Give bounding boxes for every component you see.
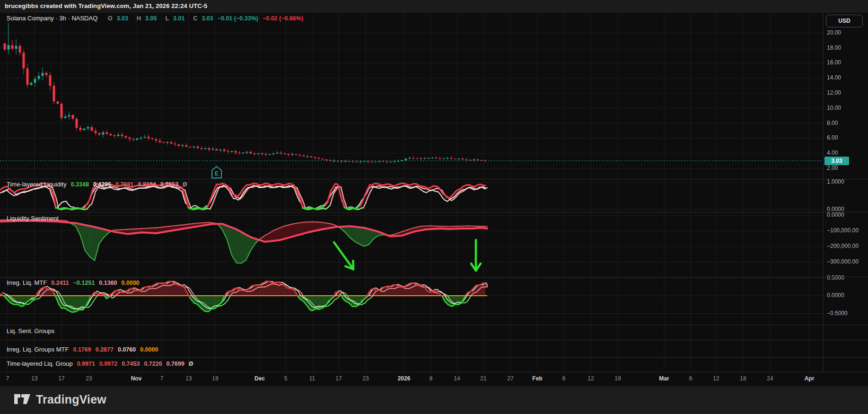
exchange-label[interactable]: NASDAQ bbox=[71, 15, 97, 22]
indicator-legend-irreg-liq-groups-mtf[interactable]: Irreg. Liq. Groups MTF0.17690.28770.0760… bbox=[7, 346, 158, 353]
legend-values: 0.17690.28770.07600.0000 bbox=[69, 346, 158, 353]
axis-label: −100,000.00 bbox=[827, 227, 859, 234]
chart-canvas[interactable]: E bbox=[0, 13, 823, 372]
legend-value: 0.0000 bbox=[140, 346, 158, 353]
axis-label: 4.00 bbox=[827, 150, 838, 156]
legend-values: 0.99710.99720.74530.72260.7699Ø bbox=[73, 360, 193, 367]
legend-value: 0.1360 bbox=[99, 280, 117, 286]
tradingview-chart-window: brucegibbs created with TradingView.com,… bbox=[0, 0, 868, 414]
legend-values: 0.33480.42950.76910.81040.7853Ø bbox=[67, 181, 187, 188]
axis-label: 0.5000 bbox=[827, 274, 844, 281]
axis-label: −200,000.00 bbox=[827, 243, 859, 249]
axis-label: 8.00 bbox=[827, 120, 838, 126]
axis-label: 6.00 bbox=[827, 134, 838, 141]
indicator-legend-liquidity-sentiment[interactable]: Liquidity Sentiment bbox=[7, 215, 59, 222]
legend-value: 0.7453 bbox=[122, 361, 140, 367]
attribution-text: brucegibbs created with TradingView.com,… bbox=[5, 2, 207, 9]
time-axis-label: Mar bbox=[659, 375, 669, 382]
indicator-legend-time-layered-liq-group[interactable]: Time-layered Liq. Group0.99710.99720.745… bbox=[7, 360, 193, 367]
axis-label: 18.00 bbox=[827, 44, 841, 51]
legend-value: 0.7226 bbox=[144, 361, 162, 367]
ohlc-value: C3.03 bbox=[189, 15, 213, 22]
axis-label: −0.5000 bbox=[827, 310, 848, 317]
legend-value: 0.7699 bbox=[167, 361, 184, 367]
last-price-badge: 3.03 bbox=[824, 157, 849, 165]
legend-value: 0.7853 bbox=[160, 181, 178, 188]
time-axis-label: 14 bbox=[454, 375, 460, 382]
legend-value: 0.9971 bbox=[77, 361, 95, 367]
time-axis-label: 17 bbox=[58, 375, 64, 382]
ohlc-value: L3.01 bbox=[161, 15, 184, 22]
legend-value: Ø bbox=[183, 181, 187, 188]
ohlc-value: H3.05 bbox=[132, 15, 157, 22]
time-axis-label: 11 bbox=[309, 375, 315, 382]
legend-value: 0.8104 bbox=[138, 181, 156, 188]
time-axis-label: 19 bbox=[614, 375, 621, 382]
pane-separator[interactable] bbox=[0, 277, 868, 277]
pane-separator[interactable] bbox=[0, 179, 868, 179]
footer-bar: TradingView bbox=[0, 386, 868, 414]
time-axis-label: 13 bbox=[185, 375, 192, 382]
time-axis-label: 23 bbox=[86, 375, 92, 382]
legend-value: 0.7691 bbox=[115, 181, 133, 188]
ohlc-values: O3.03H3.05L3.01C3.03−0.01 (−0.33%)−0.02 … bbox=[99, 15, 303, 22]
time-axis-label: Dec bbox=[254, 375, 265, 382]
time-axis-label: 8 bbox=[430, 375, 433, 382]
legend-value: −0.1251 bbox=[73, 280, 95, 286]
ohlc-value: O3.03 bbox=[104, 15, 128, 22]
pane-liquidity-sentiment bbox=[0, 220, 487, 271]
legend-value: Ø bbox=[189, 361, 193, 367]
time-axis-label: 12 bbox=[713, 375, 719, 382]
axis-label: 14.00 bbox=[827, 74, 841, 81]
axis-label: 0.0000 bbox=[827, 292, 844, 299]
legend-value: 0.2411 bbox=[51, 280, 69, 286]
arrow-drawing[interactable] bbox=[471, 240, 481, 271]
time-axis-label: 12 bbox=[587, 375, 594, 382]
interval-label[interactable]: 3h bbox=[59, 15, 66, 22]
change-value: −0.01 (−0.33%) bbox=[218, 15, 258, 22]
time-axis-label: 13 bbox=[31, 375, 37, 382]
indicator-legend-irreg-liq-mtf[interactable]: Irreg. Liq. MTF0.2411−0.12510.13600.0000 bbox=[7, 279, 140, 286]
pane-separator[interactable] bbox=[0, 212, 868, 212]
legend-value: 0.4295 bbox=[93, 181, 111, 188]
currency-toggle-button[interactable]: USD bbox=[826, 15, 863, 27]
pane-separator[interactable] bbox=[0, 357, 868, 358]
tradingview-logo[interactable]: TradingView bbox=[13, 392, 106, 406]
time-axis[interactable]: 7131723Nov71319Dec511172320268142127Feb6… bbox=[0, 372, 868, 386]
symbol-legend[interactable]: Solana Company · 3h · NASDAQ O3.03H3.05L… bbox=[7, 15, 303, 22]
price-axis-border bbox=[823, 13, 824, 372]
indicator-legend-time-layered-liquidity[interactable]: Time-layered Liquidity0.33480.42950.7691… bbox=[7, 181, 187, 188]
legend-value: 0.0760 bbox=[118, 346, 136, 353]
time-axis-label: 27 bbox=[507, 375, 513, 382]
time-axis-label: 6 bbox=[689, 375, 693, 382]
time-axis-label: 19 bbox=[212, 375, 218, 382]
axis-label: 16.00 bbox=[827, 59, 841, 66]
legend-value: 0.0000 bbox=[122, 280, 140, 286]
indicator-legend-liq-sent-groups[interactable]: Liq. Sent. Groups bbox=[7, 327, 54, 335]
pane-separator[interactable] bbox=[0, 325, 868, 325]
time-axis-label: 17 bbox=[335, 375, 342, 382]
time-axis-label: Apr bbox=[805, 375, 815, 382]
legend-values: 0.2411−0.12510.13600.0000 bbox=[47, 279, 140, 286]
time-axis-label: 24 bbox=[767, 375, 773, 382]
time-axis-label: Feb bbox=[532, 375, 542, 382]
symbol-title[interactable]: Solana Company bbox=[7, 15, 54, 22]
time-axis-label: 7 bbox=[6, 375, 9, 382]
time-axis-label: 6 bbox=[562, 375, 566, 382]
attribution-bar: brucegibbs created with TradingView.com,… bbox=[0, 0, 868, 13]
axis-label: −300,000.00 bbox=[827, 258, 859, 265]
time-axis-label: 21 bbox=[480, 375, 486, 382]
time-axis-label: 2026 bbox=[398, 375, 411, 382]
time-axis-label: 18 bbox=[740, 375, 746, 382]
legend-value: 0.3348 bbox=[71, 181, 89, 188]
time-axis-border bbox=[0, 372, 868, 372]
axis-label: 12.00 bbox=[827, 89, 841, 96]
time-axis-label: 5 bbox=[284, 375, 288, 382]
legend-value: 0.1769 bbox=[73, 346, 91, 353]
tradingview-logo-icon bbox=[13, 392, 31, 406]
price-axis[interactable]: USD 3.03 20.0018.0016.0014.0012.0010.008… bbox=[824, 13, 868, 372]
time-axis-label: 23 bbox=[362, 375, 368, 382]
tradingview-logo-text: TradingView bbox=[36, 393, 106, 406]
time-axis-label: Nov bbox=[131, 375, 142, 382]
pane-separator[interactable] bbox=[0, 340, 868, 340]
